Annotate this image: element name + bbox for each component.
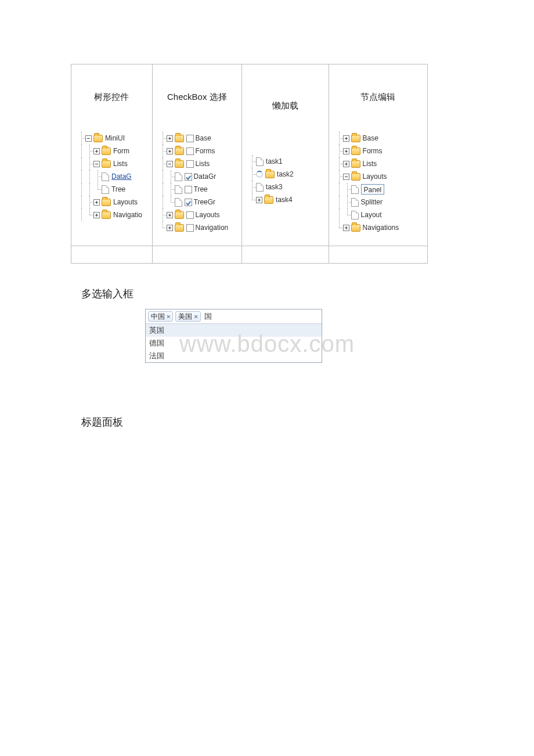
folder-icon: [102, 211, 111, 219]
tag-item[interactable]: 美国 ×: [175, 311, 200, 322]
tree-node[interactable]: task3: [248, 181, 326, 193]
node-label: Navigatio: [113, 208, 142, 221]
expand-icon[interactable]: [167, 148, 173, 154]
node-label: Base: [363, 132, 378, 145]
tree-node[interactable]: Layouts: [158, 208, 240, 221]
node-label: Base: [196, 132, 211, 145]
tree-node[interactable]: Splitter: [335, 196, 425, 208]
folder-icon: [175, 135, 184, 142]
node-label: Tree: [194, 183, 208, 196]
tree-node[interactable]: task4: [248, 193, 326, 206]
tree-node[interactable]: Navigation: [158, 221, 240, 234]
multiselect-option[interactable]: 法国: [146, 350, 322, 362]
tree-node[interactable]: Forms: [158, 145, 240, 157]
checkbox[interactable]: [186, 135, 194, 142]
expand-icon[interactable]: [93, 199, 100, 206]
cell-lazy-load: 懒加载 task1task2task3task4: [242, 64, 329, 246]
node-label: task2: [277, 168, 294, 181]
tree-node[interactable]: task2: [248, 168, 326, 181]
expand-icon[interactable]: [93, 212, 100, 218]
folder-icon: [93, 135, 103, 142]
folder-icon: [264, 196, 273, 204]
node-label: Forms: [363, 145, 383, 157]
tree-node[interactable]: Navigatio: [77, 208, 150, 221]
node-label[interactable]: DataG: [111, 170, 132, 183]
tree-node[interactable]: Layout: [335, 208, 425, 221]
expand-icon[interactable]: [343, 225, 349, 231]
tree-node[interactable]: Layouts: [335, 170, 425, 183]
cell-title: 懒加载: [242, 64, 329, 152]
tag-label: 美国: [178, 311, 192, 322]
expand-icon[interactable]: [256, 197, 262, 203]
tree-node[interactable]: DataG: [77, 170, 150, 183]
checkbox[interactable]: [186, 160, 194, 168]
checkbox[interactable]: [185, 186, 192, 193]
multiselect-input-row[interactable]: 中国 × 美国 × 国: [146, 309, 322, 324]
tree-node[interactable]: Layouts: [77, 196, 150, 208]
tree-node[interactable]: Form: [77, 145, 150, 157]
expand-icon[interactable]: [93, 148, 100, 154]
checkbox[interactable]: [186, 211, 194, 219]
expand-icon[interactable]: [167, 225, 173, 231]
tree-node[interactable]: Base: [335, 132, 425, 145]
file-icon: [175, 185, 182, 194]
tag-item[interactable]: 中国 ×: [148, 311, 173, 322]
tree-node[interactable]: Panel: [335, 183, 425, 196]
tree-node[interactable]: TreeGr: [158, 196, 240, 208]
node-label: Navigations: [363, 221, 399, 234]
tree-node[interactable]: Forms: [335, 145, 425, 157]
checkbox[interactable]: [186, 147, 194, 155]
expand-icon[interactable]: [167, 212, 173, 218]
tree-node[interactable]: Lists: [335, 157, 425, 170]
folder-icon: [351, 147, 360, 155]
file-icon: [102, 185, 109, 194]
folder-icon: [102, 160, 111, 168]
tree-node[interactable]: Navigations: [335, 221, 425, 234]
collapse-icon[interactable]: [85, 135, 92, 142]
node-label: task3: [266, 181, 283, 193]
tree-node[interactable]: DataGr: [158, 170, 240, 183]
multiselect-option[interactable]: 德国: [146, 337, 322, 350]
cell-tree-control: 树形控件 MiniUIFormListsDataGTreeLayoutsNavi…: [71, 64, 153, 246]
node-label: Lists: [363, 157, 377, 170]
file-icon: [351, 185, 359, 194]
checkbox[interactable]: [186, 224, 194, 232]
checkbox[interactable]: [185, 199, 192, 206]
tree-body-2: task1task2task3task4: [242, 152, 329, 246]
multiselect-section-title: 多选输入框: [81, 287, 470, 301]
multiselect-combo[interactable]: 中国 × 美国 × 国 英国 德国 法国: [145, 309, 322, 363]
expand-icon[interactable]: [343, 161, 349, 167]
collapse-icon[interactable]: [93, 161, 100, 167]
file-icon: [351, 211, 359, 219]
expand-icon[interactable]: [167, 135, 173, 142]
tree-node[interactable]: Base: [158, 132, 240, 145]
folder-icon: [265, 171, 275, 178]
file-icon: [256, 183, 264, 192]
node-label: Layouts: [113, 196, 138, 208]
node-edit-input[interactable]: Panel: [361, 184, 385, 195]
file-icon: [256, 157, 264, 166]
node-label: MiniUI: [105, 132, 125, 145]
tree-node[interactable]: Lists: [77, 157, 150, 170]
tag-remove-icon[interactable]: ×: [167, 311, 170, 322]
checkbox[interactable]: [185, 173, 192, 181]
multiselect-option[interactable]: 英国: [146, 324, 322, 337]
collapse-icon[interactable]: [343, 174, 349, 180]
loading-spinner-icon: [256, 171, 263, 178]
tag-remove-icon[interactable]: ×: [194, 311, 197, 322]
tree-node[interactable]: task1: [248, 155, 326, 168]
collapse-icon[interactable]: [167, 161, 173, 167]
multiselect-typed-text[interactable]: 国: [203, 311, 213, 322]
grid-footer-row: [71, 246, 428, 264]
folder-icon: [175, 160, 184, 168]
tree-body-1: BaseFormsListsDataGrTreeTreeGrLayoutsNav…: [153, 128, 242, 246]
expand-icon[interactable]: [343, 148, 349, 154]
tree-node[interactable]: Tree: [158, 183, 240, 196]
expand-icon[interactable]: [343, 135, 349, 142]
tree-node[interactable]: MiniUI: [77, 132, 150, 145]
cell-title: 树形控件: [71, 64, 152, 128]
folder-icon: [351, 173, 360, 181]
folder-icon: [175, 147, 184, 155]
tree-node[interactable]: Tree: [77, 183, 150, 196]
tree-node[interactable]: Lists: [158, 157, 240, 170]
